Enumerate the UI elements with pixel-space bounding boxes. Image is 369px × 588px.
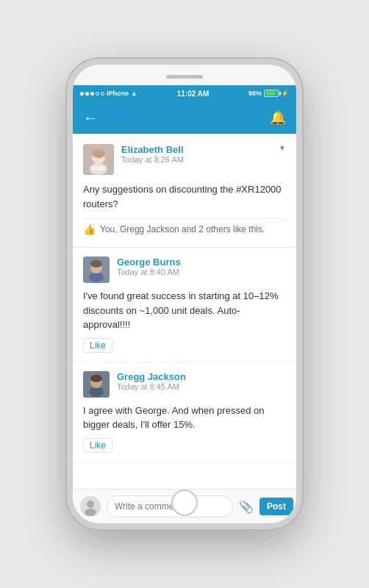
svg-rect-4 <box>92 166 105 171</box>
phone-shell: iPhone ▲ 11:02 AM 98% ⚡ ← 🔔 <box>67 59 302 529</box>
time-display: 11:02 AM <box>177 90 209 98</box>
signal-dot-3 <box>90 92 94 96</box>
likes-text: You, Gregg Jackson and 2 others like thi… <box>100 224 265 234</box>
like-button-george[interactable]: Like <box>83 338 112 353</box>
comment-george-time: Today at 8:40 AM <box>117 268 286 276</box>
wifi-icon: ▲ <box>131 90 137 97</box>
signal-dots <box>80 92 104 96</box>
like-bar: 👍 You, Gregg Jackson and 2 others like t… <box>83 218 286 240</box>
comment-gregg: Gregg Jackson Today at 8:45 AM I agree w… <box>73 362 296 462</box>
avatar-george <box>83 257 110 283</box>
attachment-icon[interactable]: 📎 <box>239 500 254 514</box>
comment-george: George Burns Today at 8:40 AM I've found… <box>73 248 296 362</box>
comment-george-name: George Burns <box>117 257 286 268</box>
comment-george-header: George Burns Today at 8:40 AM <box>83 257 286 283</box>
charging-icon: ⚡ <box>281 90 289 97</box>
battery-pct: 98% <box>248 90 262 97</box>
avatar-elizabeth <box>83 144 114 175</box>
current-user-avatar <box>80 496 101 517</box>
comment-gregg-time: Today at 8:45 AM <box>117 382 286 391</box>
comment-george-text: I've found great success in starting at … <box>83 289 286 332</box>
app-bar: ← 🔔 <box>73 101 296 134</box>
svg-point-6 <box>89 272 104 282</box>
post-body-text: Any suggestions on discounting the #XR12… <box>83 182 286 211</box>
post-dropdown-icon[interactable]: ▼ <box>279 144 286 152</box>
back-button[interactable]: ← <box>83 110 98 126</box>
comment-george-user-info: George Burns Today at 8:40 AM <box>117 257 286 276</box>
post-author-name: Elizabeth Bell <box>121 144 271 155</box>
status-right: 98% ⚡ <box>248 90 289 97</box>
signal-dot-5 <box>101 92 104 96</box>
carrier-label: iPhone <box>107 90 129 97</box>
comment-gregg-text: I agree with George. And when pressed on… <box>83 404 286 432</box>
svg-point-10 <box>89 387 104 397</box>
svg-point-8 <box>90 260 102 268</box>
original-post: Elizabeth Bell Today at 8:26 AM ▼ Any su… <box>73 134 296 248</box>
comment-gregg-header: Gregg Jackson Today at 8:45 AM <box>83 371 286 398</box>
george-avatar-svg <box>83 257 110 283</box>
status-bar: iPhone ▲ 11:02 AM 98% ⚡ <box>73 85 296 101</box>
notification-bell-icon[interactable]: 🔔 <box>270 110 286 126</box>
status-left: iPhone ▲ <box>80 90 137 97</box>
elizabeth-avatar-svg <box>83 144 114 175</box>
svg-point-15 <box>85 509 96 516</box>
post-comment-button[interactable]: Post <box>259 498 293 515</box>
post-user-info: Elizabeth Bell Today at 8:26 AM <box>121 144 271 164</box>
signal-dot-4 <box>96 92 99 96</box>
comment-text-input[interactable] <box>107 495 233 517</box>
avatar-gregg <box>83 371 110 398</box>
post-header: Elizabeth Bell Today at 8:26 AM ▼ <box>83 144 286 175</box>
current-user-icon <box>80 496 101 517</box>
svg-point-14 <box>87 501 94 508</box>
comment-gregg-name: Gregg Jackson <box>117 371 286 382</box>
content-area: Elizabeth Bell Today at 8:26 AM ▼ Any su… <box>73 134 296 489</box>
svg-point-12 <box>90 375 102 382</box>
home-button[interactable] <box>171 490 198 516</box>
thumbs-up-icon: 👍 <box>83 223 96 235</box>
battery-fill <box>265 91 276 96</box>
battery-icon <box>264 90 279 97</box>
signal-dot-2 <box>85 92 89 96</box>
comment-gregg-user-info: Gregg Jackson Today at 8:45 AM <box>117 371 286 391</box>
gregg-avatar-svg <box>83 371 110 398</box>
phone-speaker <box>166 75 203 79</box>
svg-point-3 <box>92 149 105 158</box>
like-button-gregg[interactable]: Like <box>83 438 112 453</box>
post-author-time: Today at 8:26 AM <box>121 155 271 164</box>
signal-dot-1 <box>80 92 84 96</box>
